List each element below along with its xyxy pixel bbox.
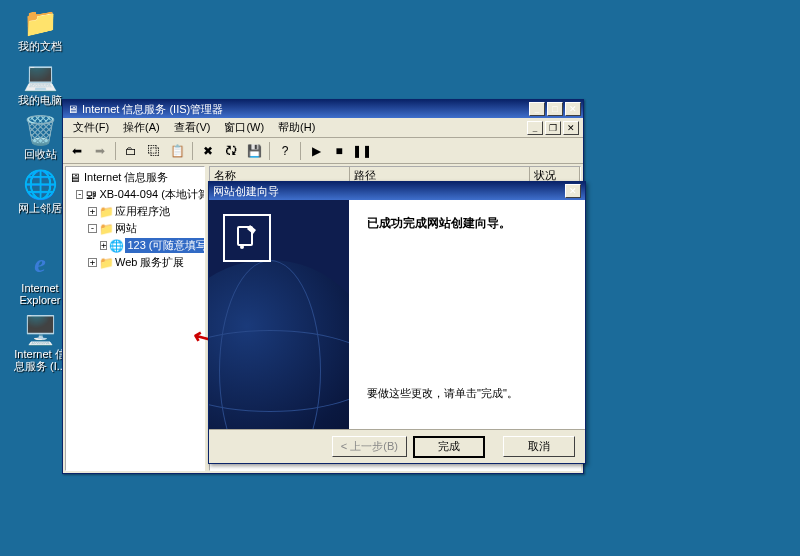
site-icon: 🌐 — [109, 239, 123, 253]
delete-button[interactable]: ✖ — [198, 141, 218, 161]
wizard-close-button[interactable]: ✕ — [565, 184, 581, 198]
wizard-note: 要做这些更改，请单击"完成"。 — [367, 386, 567, 401]
iis-icon: 🖥️ — [24, 314, 56, 346]
tree-sites[interactable]: - 📁 网站 — [68, 220, 202, 237]
mdi-restore-button[interactable]: ❐ — [545, 121, 561, 135]
back-button[interactable]: ⬅ — [67, 141, 87, 161]
close-button[interactable]: ✕ — [565, 102, 581, 116]
maximize-button[interactable]: □ — [547, 102, 563, 116]
separator — [115, 142, 116, 160]
mdi-minimize-button[interactable]: _ — [527, 121, 543, 135]
expand-icon[interactable]: + — [100, 241, 107, 250]
wizard-main: 已成功完成网站创建向导。 要做这些更改，请单击"完成"。 — [349, 200, 585, 429]
globe-icon: 🌐 — [24, 168, 56, 200]
back-button: < 上一步(B) — [332, 436, 407, 457]
minimize-button[interactable]: _ — [529, 102, 545, 116]
properties-button[interactable]: 📋 — [167, 141, 187, 161]
menu-window[interactable]: 窗口(W) — [218, 118, 270, 137]
server-icon: 🖥 — [68, 171, 82, 185]
menu-view[interactable]: 查看(V) — [168, 118, 217, 137]
trash-icon: 🗑️ — [24, 114, 56, 146]
my-computer-icon[interactable]: 💻 我的电脑 — [10, 60, 70, 106]
export-button[interactable]: 💾 — [244, 141, 264, 161]
computer-node-icon: 🖳 — [85, 188, 97, 202]
stop-button[interactable]: ■ — [329, 141, 349, 161]
wizard-title: 网站创建向导 — [213, 184, 279, 199]
expand-icon[interactable]: + — [88, 207, 97, 216]
tree-apppool[interactable]: + 📁 应用程序池 — [68, 203, 202, 220]
toolbar: ⬅ ➡ 🗀 ⿻ 📋 ✖ 🗘 💾 ? ▶ ■ ❚❚ — [63, 138, 583, 164]
forward-button[interactable]: ➡ — [90, 141, 110, 161]
window-title: Internet 信息服务 (IIS)管理器 — [82, 102, 529, 117]
collapse-icon[interactable]: - — [88, 224, 97, 233]
show-hide-tree-button[interactable]: ⿻ — [144, 141, 164, 161]
ie-icon: e — [24, 248, 56, 280]
iis-titlebar[interactable]: 🖥 Internet 信息服务 (IIS)管理器 _ □ ✕ — [63, 100, 583, 118]
menu-file[interactable]: 文件(F) — [67, 118, 115, 137]
my-documents-icon[interactable]: 📁 我的文档 — [10, 6, 70, 52]
folder-icon: 📁 — [99, 222, 113, 236]
iis-manager-shortcut-icon[interactable]: 🖥️ Internet 信息服务 (I... — [10, 314, 70, 372]
expand-icon[interactable]: + — [88, 258, 97, 267]
network-neighborhood-icon[interactable]: 🌐 网上邻居 — [10, 168, 70, 214]
wizard-finish-icon — [223, 214, 271, 262]
help-button[interactable]: ? — [275, 141, 295, 161]
site-creation-wizard: 网站创建向导 ✕ 已成功完成网站创建向导。 要做这些更改，请单击"完成"。 < … — [208, 181, 586, 464]
pause-button[interactable]: ❚❚ — [352, 141, 372, 161]
refresh-button[interactable]: 🗘 — [221, 141, 241, 161]
collapse-icon[interactable]: - — [76, 190, 83, 199]
tree-computer[interactable]: - 🖳 XB-044-094 (本地计算机 — [68, 186, 202, 203]
wizard-heading: 已成功完成网站创建向导。 — [367, 214, 567, 232]
tree-pane[interactable]: 🖥 Internet 信息服务 - 🖳 XB-044-094 (本地计算机 + … — [65, 166, 205, 471]
computer-icon: 💻 — [24, 60, 56, 92]
folder-icon: 📁 — [24, 6, 56, 38]
internet-explorer-icon[interactable]: e Internet Explorer — [10, 248, 70, 306]
menu-action[interactable]: 操作(A) — [117, 118, 166, 137]
menu-help[interactable]: 帮助(H) — [272, 118, 321, 137]
folder-icon: 📁 — [99, 256, 113, 270]
tree-web-extensions[interactable]: + 📁 Web 服务扩展 — [68, 254, 202, 271]
up-button[interactable]: 🗀 — [121, 141, 141, 161]
cancel-button[interactable]: 取消 — [503, 436, 575, 457]
tree-root[interactable]: 🖥 Internet 信息服务 — [68, 169, 202, 186]
menubar: 文件(F) 操作(A) 查看(V) 窗口(W) 帮助(H) _ ❐ ✕ — [63, 118, 583, 138]
play-button[interactable]: ▶ — [306, 141, 326, 161]
wizard-titlebar[interactable]: 网站创建向导 ✕ — [209, 182, 585, 200]
wizard-footer: < 上一步(B) 完成 取消 — [209, 429, 585, 463]
recycle-bin-icon[interactable]: 🗑️ 回收站 — [10, 114, 70, 160]
mdi-close-button[interactable]: ✕ — [563, 121, 579, 135]
folder-icon: 📁 — [99, 205, 113, 219]
wizard-sidebar — [209, 200, 349, 429]
svg-point-1 — [240, 245, 244, 249]
globe-graphic — [209, 260, 349, 429]
finish-button[interactable]: 完成 — [413, 436, 485, 458]
tree-site-123[interactable]: + 🌐 123 (可随意填写) — [68, 237, 202, 254]
app-icon: 🖥 — [65, 102, 79, 116]
